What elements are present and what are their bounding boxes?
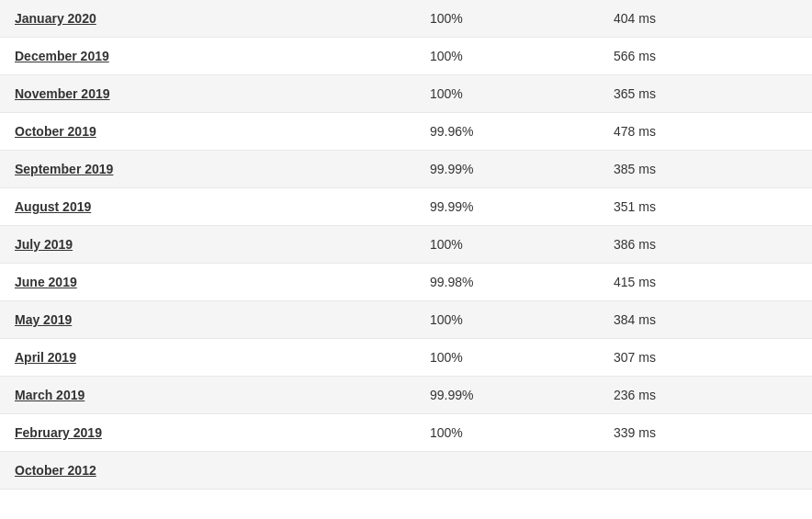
uptime-column: 99.98% — [430, 275, 614, 289]
month-column: January 2020 — [15, 11, 430, 26]
response-value: 478 ms — [614, 124, 656, 139]
table-row: December 2019100%566 ms — [0, 38, 812, 75]
uptime-column: 100% — [430, 350, 614, 365]
response-column: 404 ms — [614, 11, 797, 26]
uptime-table: January 2020100%404 msDecember 2019100%5… — [0, 0, 812, 490]
month-column: October 2012 — [15, 463, 430, 478]
response-value: 404 ms — [614, 11, 656, 26]
month-column: September 2019 — [15, 162, 430, 176]
month-column: October 2019 — [15, 124, 430, 139]
uptime-value: 100% — [430, 350, 463, 365]
uptime-column: 100% — [430, 237, 614, 252]
response-value: 339 ms — [614, 425, 656, 440]
response-value: 385 ms — [614, 162, 656, 176]
uptime-value: 100% — [430, 86, 463, 101]
uptime-value: 99.96% — [430, 124, 473, 139]
month-link[interactable]: April 2019 — [15, 350, 76, 365]
response-column: 351 ms — [614, 199, 797, 214]
response-value: 351 ms — [614, 199, 656, 214]
uptime-value: 100% — [430, 425, 463, 440]
response-value: 386 ms — [614, 237, 656, 252]
uptime-value: 100% — [430, 11, 463, 26]
month-column: July 2019 — [15, 237, 430, 252]
response-column: 385 ms — [614, 162, 797, 176]
response-value: 365 ms — [614, 86, 656, 101]
uptime-value: 99.99% — [430, 388, 473, 402]
table-row: October 201999.96%478 ms — [0, 113, 812, 151]
table-row: September 201999.99%385 ms — [0, 151, 812, 188]
table-row: April 2019100%307 ms — [0, 339, 812, 377]
month-link[interactable]: March 2019 — [15, 388, 85, 402]
response-value: 415 ms — [614, 275, 656, 289]
uptime-column: 100% — [430, 312, 614, 327]
response-value: 566 ms — [614, 49, 656, 63]
month-link[interactable]: September 2019 — [15, 162, 113, 176]
month-link[interactable]: February 2019 — [15, 425, 102, 440]
response-column: 478 ms — [614, 124, 797, 139]
table-row: January 2020100%404 ms — [0, 0, 812, 38]
uptime-value: 99.99% — [430, 162, 473, 176]
month-column: April 2019 — [15, 350, 430, 365]
month-link[interactable]: November 2019 — [15, 86, 110, 101]
table-row: November 2019100%365 ms — [0, 75, 812, 113]
uptime-column: 100% — [430, 49, 614, 63]
uptime-column: 99.99% — [430, 388, 614, 402]
response-column: 339 ms — [614, 425, 797, 440]
response-column: 386 ms — [614, 237, 797, 252]
month-column: February 2019 — [15, 425, 430, 440]
table-row: February 2019100%339 ms — [0, 414, 812, 452]
response-column: 236 ms — [614, 388, 797, 402]
response-column: 415 ms — [614, 275, 797, 289]
response-value: 307 ms — [614, 350, 656, 365]
table-row: June 201999.98%415 ms — [0, 264, 812, 301]
uptime-column: 100% — [430, 86, 614, 101]
month-link[interactable]: July 2019 — [15, 237, 73, 252]
month-column: November 2019 — [15, 86, 430, 101]
month-column: March 2019 — [15, 388, 430, 402]
month-column: May 2019 — [15, 312, 430, 327]
table-row: October 2012 — [0, 452, 812, 490]
month-link[interactable]: December 2019 — [15, 49, 109, 63]
response-column: 365 ms — [614, 86, 797, 101]
uptime-value: 100% — [430, 312, 463, 327]
uptime-value: 100% — [430, 49, 463, 63]
month-link[interactable]: June 2019 — [15, 275, 77, 289]
table-row: March 201999.99%236 ms — [0, 377, 812, 414]
uptime-value: 99.98% — [430, 275, 473, 289]
month-link[interactable]: August 2019 — [15, 199, 91, 214]
response-column: 307 ms — [614, 350, 797, 365]
month-column: December 2019 — [15, 49, 430, 63]
month-column: August 2019 — [15, 199, 430, 214]
response-column: 384 ms — [614, 312, 797, 327]
month-column: June 2019 — [15, 275, 430, 289]
table-row: July 2019100%386 ms — [0, 226, 812, 264]
uptime-value: 100% — [430, 237, 463, 252]
response-column: 566 ms — [614, 49, 797, 63]
month-link[interactable]: January 2020 — [15, 11, 96, 26]
uptime-value: 99.99% — [430, 199, 473, 214]
month-link[interactable]: October 2019 — [15, 124, 96, 139]
uptime-column: 100% — [430, 11, 614, 26]
uptime-column: 99.99% — [430, 199, 614, 214]
response-value: 384 ms — [614, 312, 656, 327]
table-row: August 201999.99%351 ms — [0, 188, 812, 226]
month-link[interactable]: October 2012 — [15, 463, 96, 478]
month-link[interactable]: May 2019 — [15, 312, 72, 327]
uptime-column: 99.96% — [430, 124, 614, 139]
response-value: 236 ms — [614, 388, 656, 402]
table-row: May 2019100%384 ms — [0, 301, 812, 339]
uptime-column: 99.99% — [430, 162, 614, 176]
uptime-column: 100% — [430, 425, 614, 440]
